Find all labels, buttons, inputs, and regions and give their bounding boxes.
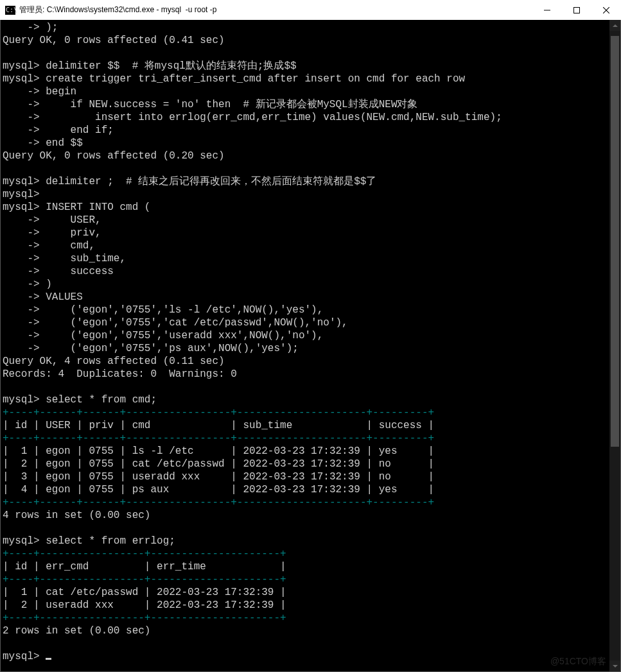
scroll-up-button[interactable]	[609, 20, 620, 31]
output-line: -> begin	[3, 86, 76, 98]
terminal-client: -> ); Query OK, 0 rows affected (0.41 se…	[0, 20, 621, 672]
table-row: | 1 | egon | 0755 | ls -l /etc | 2022-03…	[3, 445, 434, 457]
scrollbar-track[interactable]	[609, 31, 620, 660]
output-line: -> ('egon','0755','ps aux',NOW(),'yes');	[3, 343, 299, 354]
output-line: mysql> delimiter ; # 结束之后记得再改回来，不然后面结束符就…	[3, 176, 376, 187]
table-border: +----+------+------+-----------------+--…	[3, 433, 434, 444]
output-line: -> insert into errlog(err_cmd,err_time) …	[3, 112, 502, 123]
table-row: | 1 | cat /etc/passwd | 2022-03-23 17:32…	[3, 587, 286, 598]
scroll-down-button[interactable]	[609, 660, 620, 671]
table-row: | 4 | egon | 0755 | ps aux | 2022-03-23 …	[3, 484, 434, 495]
cursor	[46, 658, 51, 660]
output-line: -> cmd,	[3, 240, 95, 252]
table-row: | 2 | egon | 0755 | cat /etc/passwd | 20…	[3, 458, 434, 470]
output-line: mysql> select * from errlog;	[3, 535, 175, 547]
maximize-icon	[573, 7, 580, 13]
minimize-button[interactable]	[532, 0, 562, 20]
table-border: +----+-----------------+----------------…	[3, 574, 286, 585]
output-line: -> success	[3, 266, 114, 277]
table-row: | 3 | egon | 0755 | useradd xxx | 2022-0…	[3, 471, 434, 483]
table-row: | 2 | useradd xxx | 2022-03-23 17:32:39 …	[3, 599, 286, 611]
prompt-line: mysql>	[3, 651, 46, 662]
output-line: -> )	[3, 279, 52, 290]
output-line: Records: 4 Duplicates: 0 Warnings: 0	[3, 368, 237, 380]
scrollbar-thumb[interactable]	[611, 36, 619, 447]
output-line: -> end if;	[3, 125, 114, 136]
output-line: -> priv,	[3, 227, 101, 239]
output-line: -> if NEW.success = 'no' then # 新记录都会被My…	[3, 99, 417, 110]
output-line: -> ('egon','0755','useradd xxx',NOW(),'n…	[3, 330, 323, 341]
vertical-scrollbar[interactable]	[609, 20, 620, 671]
table-border: +----+-----------------+----------------…	[3, 612, 286, 624]
terminal-output[interactable]: -> ); Query OK, 0 rows affected (0.41 se…	[1, 20, 609, 671]
output-line: mysql> select * from cmd;	[3, 394, 157, 406]
chevron-down-icon	[613, 665, 618, 668]
window-titlebar[interactable]: 管理员: C:\Windows\system32\cmd.exe - mysql…	[0, 0, 621, 21]
output-line: -> );	[3, 22, 58, 33]
output-line: 2 rows in set (0.00 sec)	[3, 625, 150, 637]
minimize-icon	[544, 7, 550, 13]
cmd-icon	[5, 6, 15, 15]
table-border: +----+------+------+-----------------+--…	[3, 497, 434, 508]
output-line: -> ('egon','0755','ls -l /etc',NOW(),'ye…	[3, 304, 323, 316]
output-line: Query OK, 4 rows affected (0.11 sec)	[3, 356, 225, 367]
table-border: +----+------+------+-----------------+--…	[3, 407, 434, 418]
table-header: | id | USER | priv | cmd | sub_time | su…	[3, 420, 434, 431]
window-controls	[532, 0, 621, 20]
output-line: -> VALUES	[3, 291, 83, 303]
output-line: mysql> create trigger tri_after_insert_c…	[3, 73, 465, 85]
table-header: | id | err_cmd | err_time |	[3, 561, 286, 573]
output-line: Query OK, 0 rows affected (0.41 sec)	[3, 35, 225, 46]
table-border: +----+-----------------+----------------…	[3, 548, 286, 560]
output-line: 4 rows in set (0.00 sec)	[3, 510, 150, 521]
close-button[interactable]	[591, 0, 621, 20]
close-icon	[603, 7, 609, 13]
svg-rect-0	[574, 7, 580, 13]
output-line: mysql> delimiter $$ # 将mysql默认的结束符由;换成$$	[3, 60, 297, 72]
output-line: -> end $$	[3, 137, 83, 149]
chevron-up-icon	[613, 24, 618, 27]
output-line: -> USER,	[3, 214, 101, 226]
output-line: -> sub_time,	[3, 253, 126, 264]
output-line: mysql>	[3, 189, 40, 200]
output-line: mysql> INSERT INTO cmd (	[3, 202, 150, 213]
window-title: 管理员: C:\Windows\system32\cmd.exe - mysql…	[19, 0, 216, 20]
output-line: -> ('egon','0755','cat /etc/passwd',NOW(…	[3, 317, 348, 329]
output-line: Query OK, 0 rows affected (0.20 sec)	[3, 150, 225, 162]
maximize-button[interactable]	[562, 0, 591, 20]
